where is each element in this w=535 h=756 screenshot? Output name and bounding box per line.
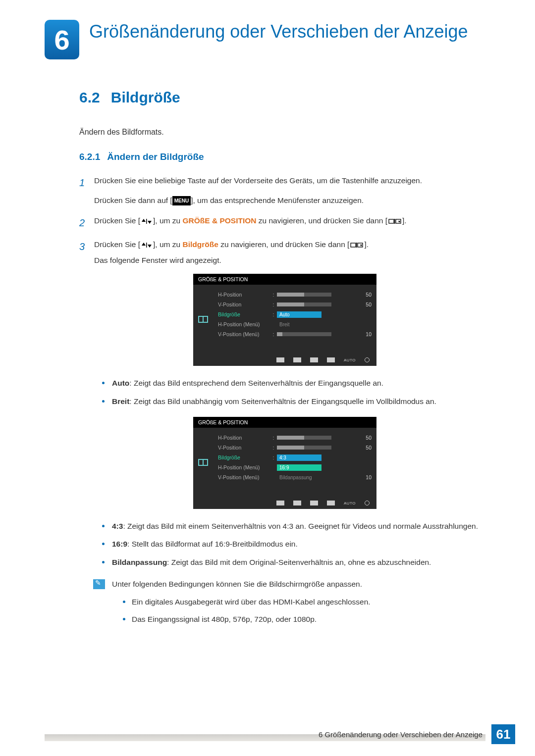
menu-key-icon: MENU [172,196,191,205]
up-down-arrow-icon [140,239,153,252]
list-item: 16:9: Stellt das Bildformat auf 16:9-Bre… [102,538,490,551]
step-1: 1 Drücken Sie eine beliebige Taste auf d… [79,174,490,207]
step-2: 2 Drücken Sie [], um zu GRÖßE & POSITION… [79,214,490,231]
chapter-number-box: 6 [45,20,79,59]
list-item: Breit: Zeigt das Bild unabhängig vom Sei… [102,395,490,408]
source-enter-icon [349,239,364,252]
svg-rect-9 [146,243,147,248]
note-item: Das Eingangssignal ist 480p, 576p, 720p,… [123,613,371,626]
svg-marker-7 [142,243,146,246]
osd-category-icon [198,459,208,466]
svg-rect-2 [146,219,147,224]
step-number: 1 [79,174,94,207]
up-down-arrow-icon [140,215,153,228]
note-block: Unter folgenden Bedingungen können Sie d… [79,578,490,630]
list-item: Auto: Zeigt das Bild entsprechend dem Se… [102,377,490,390]
step-3: 3 Drücken Sie [], um zu Bildgröße zu nav… [79,238,490,267]
osd-option: Bildanpassung [277,474,321,481]
subsection-title: Ändern der Bildgröße [107,151,204,162]
svg-marker-8 [148,245,152,248]
bullet-list-2: 4:3: Zeigt das Bild mit einem Seitenverh… [79,520,490,569]
svg-marker-5 [398,221,400,223]
osd-nav-icon [276,501,284,505]
osd-screenshot-1: GRÖßE & POSITION H-Position:50 V-Positio… [193,274,376,366]
svg-rect-3 [389,219,394,223]
osd-auto-label: AUTO [344,501,356,505]
note-intro: Unter folgenden Bedingungen können Sie d… [112,578,371,591]
svg-rect-10 [351,243,356,247]
svg-marker-12 [360,245,362,247]
power-icon [365,357,370,362]
osd-nav-icon [293,501,301,505]
step-number: 2 [79,214,94,231]
osd-active-row: Bildgröße [213,454,270,460]
orange-term: Bildgröße [182,240,218,249]
footer-chapter-label: 6 Größenänderung oder Verschieben der An… [315,728,486,741]
step-body: Drücken Sie [], um zu GRÖßE & POSITION z… [94,214,490,231]
osd-footer: AUTO [193,354,376,366]
subsection-number: 6.2.1 [79,151,100,162]
osd-title: GRÖßE & POSITION [193,417,376,428]
section-number: 6.2 [79,89,100,105]
step-number: 3 [79,238,94,267]
chapter-header: 6 Größenänderung oder Verschieben der An… [45,20,490,59]
svg-rect-6 [394,219,395,224]
osd-nav-icon [327,501,335,505]
note-item: Ein digitales Ausgabegerät wird über das… [123,596,371,608]
step-text: Drücken Sie eine beliebige Taste auf der… [94,174,490,187]
svg-rect-13 [356,243,357,248]
osd-nav-icon [310,357,318,362]
osd-option: Breit [277,321,321,328]
osd-screenshot-2: GRÖßE & POSITION H-Position:50 V-Positio… [193,417,376,509]
osd-category-icon [198,316,208,323]
osd-option-selected: Auto [277,311,321,318]
section-title: Bildgröße [111,89,180,105]
orange-term: GRÖßE & POSITION [182,216,256,225]
svg-marker-1 [148,221,152,224]
step-body: Drücken Sie eine beliebige Taste auf der… [94,174,490,207]
page-number: 61 [491,724,515,744]
svg-marker-0 [142,219,146,222]
step-body: Drücken Sie [], um zu Bildgröße zu navig… [94,238,490,267]
list-item: 4:3: Zeigt das Bild mit einem Seitenverh… [102,520,490,533]
osd-nav-icon [327,357,335,362]
osd-option: 16:9 [277,464,321,471]
section-heading: 6.2Bildgröße [79,89,490,106]
osd-footer: AUTO [193,497,376,509]
chapter-title: Größenänderung oder Verschieben der Anze… [89,20,468,42]
note-icon [93,579,105,589]
bullet-list-1: Auto: Zeigt das Bild entsprechend dem Se… [79,377,490,408]
power-icon [365,501,370,505]
osd-nav-icon [293,357,301,362]
osd-auto-label: AUTO [344,358,356,362]
osd-nav-icon [276,357,284,362]
list-item: Bildanpassung: Zeigt das Bild mit dem Or… [102,556,490,569]
osd-nav-icon [310,501,318,505]
osd-active-row: Bildgröße [213,311,270,317]
section-intro: Ändern des Bildformats. [79,128,490,137]
osd-title: GRÖßE & POSITION [193,274,376,285]
osd-option-selected: 4:3 [277,454,321,461]
page-footer: 6 Größenänderung oder Verschieben der An… [45,724,515,744]
subsection-heading: 6.2.1Ändern der Bildgröße [79,151,490,162]
source-enter-icon [387,215,402,228]
